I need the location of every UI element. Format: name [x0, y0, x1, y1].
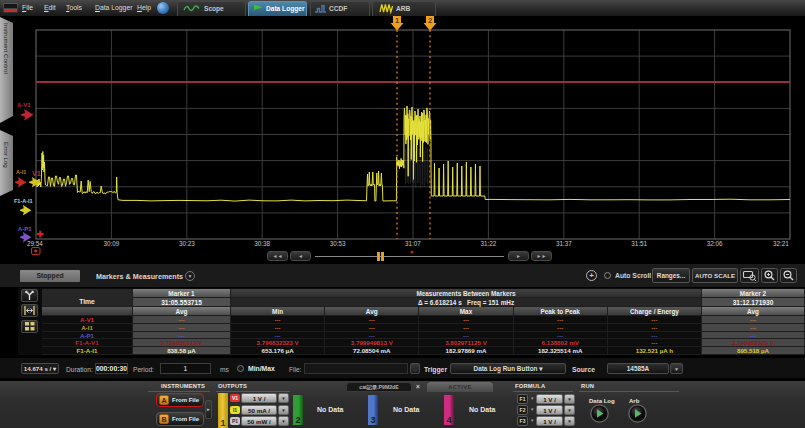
svg-text:31:07: 31:07	[405, 240, 421, 247]
svg-text:A-V1: A-V1	[17, 102, 31, 108]
svg-text:A-I1: A-I1	[16, 169, 26, 175]
svg-text:2: 2	[428, 16, 432, 25]
svg-text:32:06: 32:06	[707, 240, 723, 247]
svg-text:31:37: 31:37	[556, 240, 572, 247]
svg-text:31:22: 31:22	[481, 240, 497, 247]
svg-text:1: 1	[395, 16, 399, 25]
svg-text:30:38: 30:38	[254, 240, 270, 247]
svg-text:30:53: 30:53	[330, 240, 346, 247]
svg-text:V1: V1	[32, 170, 41, 177]
svg-text:30:23: 30:23	[179, 240, 195, 247]
svg-text:30:09: 30:09	[104, 240, 120, 247]
svg-text:F1-A-I1: F1-A-I1	[14, 198, 33, 204]
svg-text:A-P1: A-P1	[18, 226, 32, 232]
svg-text:32:21: 32:21	[773, 240, 789, 247]
svg-text:29:54: 29:54	[27, 240, 43, 247]
svg-text:31:51: 31:51	[631, 240, 647, 247]
